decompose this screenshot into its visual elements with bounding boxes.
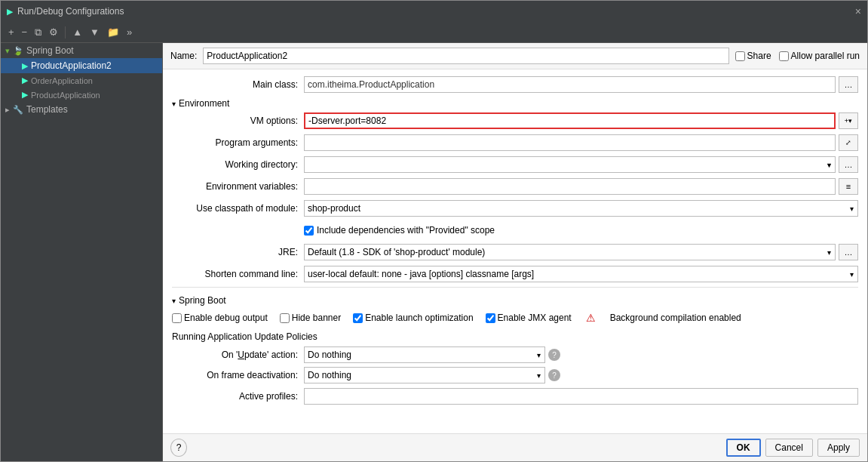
main-content: ▾ 🍃 Spring Boot ▶ ProductApplication2 ▶ … [1,43,867,461]
share-label: Share [747,51,771,61]
enable-launch-checkbox[interactable] [353,313,363,323]
classpath-control: shop-product [304,200,858,217]
classpath-select[interactable]: shop-product [304,200,858,217]
working-dir-row: Working directory: ▾ … [172,156,858,174]
active-profiles-label: Active profiles: [172,391,304,402]
help-button[interactable]: ? [170,439,187,457]
env-vars-control: ≡ [304,178,858,195]
env-vars-browse-btn[interactable]: ≡ [839,178,858,195]
working-dir-control: ▾ … [304,156,858,173]
on-frame-control: Do nothing Update classes and resources … [304,367,858,383]
shorten-cmd-select[interactable]: user-local default: none - java [options… [304,266,858,282]
spring-boot-icon: 🍃 [13,46,23,56]
name-input[interactable] [203,48,728,64]
templates-expand-icon: ▸ [5,105,10,115]
bg-compilation-label: Background compilation enabled [610,313,741,323]
include-deps-checkbox[interactable] [304,226,314,236]
share-checkbox-label[interactable]: Share [735,51,771,61]
program-args-control: ⤢ [304,134,858,151]
sidebar-item-spring-boot[interactable]: ▾ 🍃 Spring Boot [1,43,162,58]
move-down-button[interactable]: ▼ [87,25,103,39]
environment-arrow[interactable]: ▾ [172,100,176,108]
sidebar-label-templates: Templates [26,104,68,115]
window-icon: ▶ [7,7,13,17]
jre-browse-btn[interactable]: … [839,244,858,260]
sidebar-item-order-app[interactable]: ▶ OrderApplication [1,73,162,88]
env-vars-label: Environment variables: [172,181,304,192]
on-frame-help-icon[interactable]: ? [548,369,560,381]
vm-options-row: VM options: +▾ [172,112,858,130]
on-update-control: Do nothing Update classes and resources … [304,346,858,363]
on-update-select[interactable]: Do nothing Update classes and resources … [304,346,545,363]
on-update-help-icon[interactable]: ? [548,349,560,361]
sidebar-item-product-app[interactable]: ▶ ProductApplication [1,88,162,102]
running-app-section: Running Application Update Policies On '… [172,331,858,383]
jre-label: JRE: [172,247,304,257]
main-class-input[interactable] [304,76,836,93]
sidebar: ▾ 🍃 Spring Boot ▶ ProductApplication2 ▶ … [1,43,163,461]
remove-button[interactable]: − [19,25,31,39]
active-profiles-input[interactable] [304,388,858,405]
working-dir-browse-btn[interactable]: … [839,156,858,173]
shorten-cmd-row: Shorten command line: user-local default… [172,265,858,283]
product-app-icon: ▶ [22,90,28,100]
cancel-button[interactable]: Cancel [765,439,813,457]
more-button[interactable]: » [124,25,135,39]
spring-boot-section: ▾ Spring Boot Enable debug output Hide b… [172,287,858,405]
spring-boot-expand-icon: ▾ [5,46,10,56]
add-button[interactable]: + [5,25,17,39]
environment-section-header: ▾ Environment [172,98,858,109]
move-up-button[interactable]: ▲ [69,25,85,39]
hide-banner-checkbox-label[interactable]: Hide banner [280,313,341,323]
run-debug-configurations-window: ▶ Run/Debug Configurations × + − ⧉ ⚙ ▲ ▼… [0,0,868,462]
program-args-row: Program arguments: ⤢ [172,134,858,152]
error-icon: ⚠ [586,312,596,324]
config-run-icon: ▶ [22,61,28,71]
settings-button[interactable]: ⚙ [46,25,61,39]
env-vars-input[interactable] [304,178,836,195]
working-dir-input[interactable] [304,156,836,173]
parallel-checkbox[interactable] [779,51,789,61]
close-button[interactable]: × [855,5,861,17]
sidebar-label-spring-boot: Spring Boot [26,45,74,56]
on-frame-row: On frame deactivation: Do nothing Update… [172,367,858,383]
running-app-title: Running Application Update Policies [172,331,858,342]
active-profiles-control [304,388,858,405]
sidebar-label-order-app: OrderApplication [31,76,93,85]
shorten-cmd-control: user-local default: none - java [options… [304,266,858,282]
jre-select[interactable]: Default (1.8 - SDK of 'shop-product' mod… [304,244,836,260]
ok-button[interactable]: OK [726,439,761,457]
working-dir-label: Working directory: [172,159,304,170]
env-vars-row: Environment variables: ≡ [172,177,858,196]
enable-debug-checkbox[interactable] [172,313,182,323]
parallel-checkbox-label[interactable]: Allow parallel run [779,51,860,61]
program-args-expand-btn[interactable]: ⤢ [839,134,858,151]
folder-button[interactable]: 📁 [104,25,122,39]
main-class-browse-btn[interactable]: … [839,76,858,93]
spring-boot-checkboxes: Enable debug output Hide banner Enable l… [172,309,858,327]
enable-jmx-checkbox-label[interactable]: Enable JMX agent [486,313,572,323]
spring-boot-arrow[interactable]: ▾ [172,297,176,305]
on-frame-select[interactable]: Do nothing Update classes and resources … [304,367,545,383]
include-deps-text: Include dependencies with "Provided" sco… [317,225,495,236]
window-title: Run/Debug Configurations [17,6,124,17]
hide-banner-checkbox[interactable] [280,313,290,323]
sidebar-item-templates[interactable]: ▸ 🔧 Templates [1,102,162,117]
share-checkbox[interactable] [735,51,745,61]
enable-debug-checkbox-label[interactable]: Enable debug output [172,313,268,323]
toolbar: + − ⧉ ⚙ ▲ ▼ 📁 » [1,22,867,43]
title-bar: ▶ Run/Debug Configurations × [1,1,867,22]
enable-launch-checkbox-label[interactable]: Enable launch optimization [353,313,473,323]
enable-debug-label: Enable debug output [184,313,268,323]
copy-button[interactable]: ⧉ [32,25,44,40]
toolbar-divider [65,26,66,38]
include-deps-label[interactable]: Include dependencies with "Provided" sco… [304,225,495,236]
program-args-input[interactable] [304,134,836,151]
apply-button[interactable]: Apply [817,439,860,457]
vm-expand-btn[interactable]: +▾ [839,112,858,129]
bottom-right: OK Cancel Apply [726,439,860,457]
sidebar-item-product-app2[interactable]: ▶ ProductApplication2 [1,58,162,73]
enable-jmx-checkbox[interactable] [486,313,495,323]
include-deps-row: Include dependencies with "Provided" sco… [304,221,858,239]
vm-options-input[interactable] [304,112,836,129]
